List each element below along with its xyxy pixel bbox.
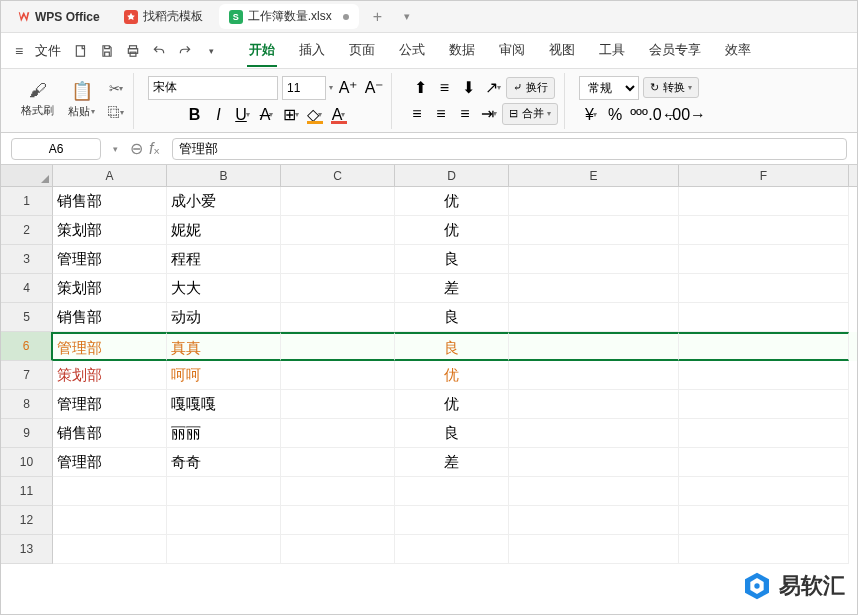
cell[interactable]: 策划部 <box>53 361 167 390</box>
cell[interactable]: 奇奇 <box>167 448 281 477</box>
row-header[interactable]: 7 <box>1 361 53 390</box>
cell[interactable] <box>679 390 849 419</box>
indent-button[interactable]: ⇥▾ <box>478 103 500 125</box>
cell[interactable] <box>509 303 679 332</box>
cell[interactable] <box>509 506 679 535</box>
currency-button[interactable]: ¥▾ <box>580 104 602 126</box>
cell[interactable] <box>509 419 679 448</box>
cell[interactable] <box>281 506 395 535</box>
cell[interactable] <box>281 332 395 361</box>
menu-formula[interactable]: 公式 <box>397 35 427 67</box>
align-center-button[interactable]: ≡ <box>430 103 452 125</box>
cell[interactable] <box>509 448 679 477</box>
undo-icon[interactable] <box>147 39 171 63</box>
increase-decimal-button[interactable]: .00→ <box>676 104 698 126</box>
align-left-button[interactable]: ≡ <box>406 103 428 125</box>
increase-font-button[interactable]: A⁺ <box>337 77 359 99</box>
cell[interactable] <box>281 303 395 332</box>
menu-page[interactable]: 页面 <box>347 35 377 67</box>
qat-dropdown-icon[interactable]: ▾ <box>199 39 223 63</box>
row-header[interactable]: 6 <box>1 332 53 361</box>
cell[interactable] <box>167 506 281 535</box>
number-format-select[interactable]: 常规 <box>579 76 639 100</box>
orientation-button[interactable]: ↗▾ <box>482 77 504 99</box>
cell[interactable] <box>509 390 679 419</box>
fx-icon[interactable]: fₓ <box>149 139 160 158</box>
cell[interactable] <box>679 303 849 332</box>
cell[interactable] <box>395 477 509 506</box>
cell[interactable] <box>679 535 849 564</box>
menu-start[interactable]: 开始 <box>247 35 277 67</box>
row-header[interactable]: 12 <box>1 506 53 535</box>
strike-button[interactable]: A▾ <box>256 104 278 126</box>
row-header[interactable]: 5 <box>1 303 53 332</box>
cell[interactable]: 销售部 <box>53 187 167 216</box>
cell[interactable] <box>509 535 679 564</box>
cell[interactable] <box>281 216 395 245</box>
cut-button[interactable]: ✂▾ <box>105 78 127 100</box>
cell[interactable] <box>509 274 679 303</box>
cell-reference-input[interactable] <box>11 138 101 160</box>
hamburger-icon[interactable]: ≡ <box>11 39 27 63</box>
cell[interactable] <box>395 535 509 564</box>
cell[interactable] <box>53 535 167 564</box>
size-select[interactable] <box>282 76 326 100</box>
align-bottom-button[interactable]: ⬇ <box>458 77 480 99</box>
decrease-font-button[interactable]: A⁻ <box>363 77 385 99</box>
cell[interactable] <box>53 477 167 506</box>
format-brush-button[interactable]: 🖌 格式刷 <box>17 78 58 124</box>
cell[interactable]: 良 <box>395 245 509 274</box>
cell[interactable] <box>679 274 849 303</box>
row-header[interactable]: 13 <box>1 535 53 564</box>
cell[interactable]: 良 <box>395 332 509 361</box>
font-color-button[interactable]: A▾ <box>328 104 350 126</box>
cell[interactable] <box>281 245 395 274</box>
cell[interactable] <box>679 332 849 361</box>
copy-button[interactable]: ⿻▾ <box>105 102 127 124</box>
cell[interactable] <box>679 448 849 477</box>
menu-tools[interactable]: 工具 <box>597 35 627 67</box>
cell[interactable] <box>509 245 679 274</box>
underline-button[interactable]: U▾ <box>232 104 254 126</box>
bold-button[interactable]: B <box>184 104 206 126</box>
row-header[interactable]: 10 <box>1 448 53 477</box>
cell[interactable]: 优 <box>395 361 509 390</box>
cell[interactable]: 管理部 <box>53 332 167 361</box>
cell[interactable]: 管理部 <box>53 390 167 419</box>
percent-button[interactable]: % <box>604 104 626 126</box>
row-header[interactable]: 11 <box>1 477 53 506</box>
paste-button[interactable]: 📋 粘贴▾ <box>64 78 99 124</box>
cell[interactable]: 动动 <box>167 303 281 332</box>
cell[interactable]: 丽丽 <box>167 419 281 448</box>
merge-button[interactable]: ⊟合并▾ <box>502 103 558 125</box>
align-top-button[interactable]: ⬆ <box>410 77 432 99</box>
cell[interactable]: 销售部 <box>53 303 167 332</box>
menu-efficiency[interactable]: 效率 <box>723 35 753 67</box>
convert-button[interactable]: ↻转换▾ <box>643 77 699 98</box>
cell[interactable]: 差 <box>395 274 509 303</box>
formula-input[interactable] <box>172 138 847 160</box>
tab-template[interactable]: 找稻壳模板 <box>114 4 213 29</box>
wrap-button[interactable]: ⤶换行 <box>506 77 555 99</box>
cell[interactable] <box>679 419 849 448</box>
cancel-formula-icon[interactable]: ⊖ <box>130 139 143 158</box>
cell[interactable]: 真真 <box>167 332 281 361</box>
cell[interactable] <box>509 216 679 245</box>
menu-member[interactable]: 会员专享 <box>647 35 703 67</box>
menu-insert[interactable]: 插入 <box>297 35 327 67</box>
print-icon[interactable] <box>121 39 145 63</box>
cell[interactable] <box>395 506 509 535</box>
col-header-E[interactable]: E <box>509 165 679 186</box>
cell[interactable] <box>281 390 395 419</box>
align-right-button[interactable]: ≡ <box>454 103 476 125</box>
cell[interactable] <box>281 419 395 448</box>
menu-data[interactable]: 数据 <box>447 35 477 67</box>
tab-menu-button[interactable]: ▾ <box>396 10 418 23</box>
align-middle-button[interactable]: ≡ <box>434 77 456 99</box>
row-header[interactable]: 8 <box>1 390 53 419</box>
menu-review[interactable]: 审阅 <box>497 35 527 67</box>
italic-button[interactable]: I <box>208 104 230 126</box>
row-header[interactable]: 3 <box>1 245 53 274</box>
select-all-corner[interactable] <box>1 165 53 186</box>
cell[interactable]: 销售部 <box>53 419 167 448</box>
